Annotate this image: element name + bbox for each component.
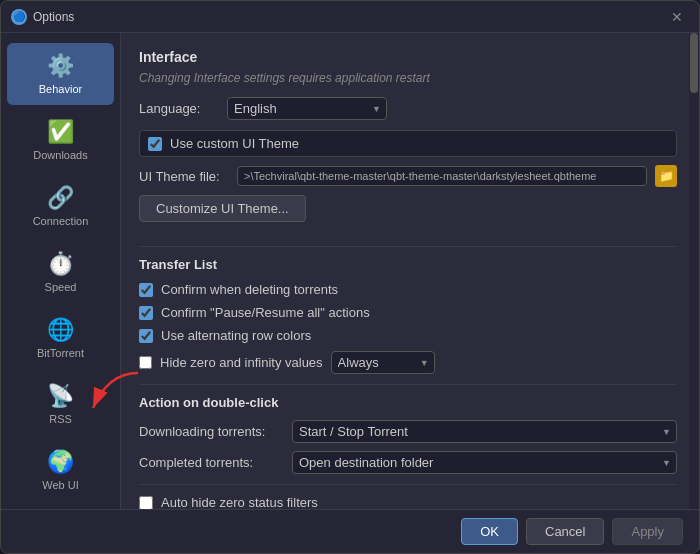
language-select[interactable]: English French German Spanish <box>227 97 387 120</box>
language-label: Language: <box>139 101 219 116</box>
auto-hide-row: Auto hide zero status filters <box>139 495 677 509</box>
webui-icon: 🌍 <box>47 449 74 475</box>
customize-theme-button[interactable]: Customize UI Theme... <box>139 195 306 222</box>
alternating-rows-row: Use alternating row colors <box>139 328 677 343</box>
scrollbar-track[interactable] <box>689 33 699 509</box>
sidebar-item-downloads[interactable]: ✅ Downloads <box>7 109 114 171</box>
action-double-click-title: Action on double-click <box>139 395 677 410</box>
scrollbar-thumb[interactable] <box>690 33 698 93</box>
ok-button[interactable]: OK <box>461 518 518 545</box>
rss-icon: 📡 <box>47 383 74 409</box>
sidebar-item-connection-label: Connection <box>33 215 89 227</box>
theme-file-label: UI Theme file: <box>139 169 229 184</box>
cancel-button[interactable]: Cancel <box>526 518 604 545</box>
options-window: 🔵 Options ✕ ⚙️ Behavior ✅ Downloads 🔗 Co… <box>0 0 700 554</box>
footer: OK Cancel Apply <box>1 509 699 553</box>
divider-1 <box>139 246 677 247</box>
downloading-torrents-label: Downloading torrents: <box>139 424 284 439</box>
bittorrent-icon: 🌐 <box>47 317 74 343</box>
confirm-delete-row: Confirm when deleting torrents <box>139 282 677 297</box>
interface-section: Interface Changing Interface settings re… <box>139 49 677 236</box>
divider-2 <box>139 384 677 385</box>
always-select-wrapper: Always Never When active <box>331 351 435 374</box>
main-content: ⚙️ Behavior ✅ Downloads 🔗 Connection ⏱️ … <box>1 33 699 509</box>
sidebar-item-rss-label: RSS <box>49 413 72 425</box>
theme-file-input[interactable] <box>237 166 647 186</box>
always-select[interactable]: Always Never When active <box>331 351 435 374</box>
title-bar-left: 🔵 Options <box>11 9 74 25</box>
custom-theme-label: Use custom UI Theme <box>170 136 299 151</box>
hide-zero-row: Hide zero and infinity values Always Nev… <box>139 351 677 374</box>
confirm-pause-row: Confirm "Pause/Resume all" actions <box>139 305 677 320</box>
completed-select[interactable]: Open destination folder Start / Stop Tor… <box>292 451 677 474</box>
folder-browse-button[interactable]: 📁 <box>655 165 677 187</box>
transfer-list-section: Transfer List Confirm when deleting torr… <box>139 257 677 374</box>
window-title: Options <box>33 10 74 24</box>
action-double-click-section: Action on double-click Downloading torre… <box>139 395 677 474</box>
confirm-pause-label: Confirm "Pause/Resume all" actions <box>161 305 370 320</box>
language-row: Language: English French German Spanish <box>139 97 677 120</box>
completed-torrents-row: Completed torrents: Open destination fol… <box>139 451 677 474</box>
confirm-delete-checkbox[interactable] <box>139 283 153 297</box>
custom-theme-checkbox[interactable] <box>148 137 162 151</box>
download-icon: ✅ <box>47 119 74 145</box>
alternating-rows-checkbox[interactable] <box>139 329 153 343</box>
apply-button[interactable]: Apply <box>612 518 683 545</box>
sidebar-item-behavior[interactable]: ⚙️ Behavior <box>7 43 114 105</box>
auto-hide-label: Auto hide zero status filters <box>161 495 318 509</box>
sidebar-item-speed-label: Speed <box>45 281 77 293</box>
interface-note: Changing Interface settings requires app… <box>139 71 677 85</box>
theme-file-row: UI Theme file: 📁 <box>139 165 677 187</box>
auto-hide-checkbox[interactable] <box>139 496 153 510</box>
sidebar-item-behavior-label: Behavior <box>39 83 82 95</box>
sidebar-item-bittorrent-label: BitTorrent <box>37 347 84 359</box>
custom-theme-checkbox-row: Use custom UI Theme <box>139 130 677 157</box>
connection-icon: 🔗 <box>47 185 74 211</box>
sidebar: ⚙️ Behavior ✅ Downloads 🔗 Connection ⏱️ … <box>1 33 121 509</box>
title-bar: 🔵 Options ✕ <box>1 1 699 33</box>
completed-select-wrapper: Open destination folder Start / Stop Tor… <box>292 451 677 474</box>
gear-icon: ⚙️ <box>47 53 74 79</box>
sidebar-item-bittorrent[interactable]: 🌐 BitTorrent <box>7 307 114 369</box>
language-select-wrapper: English French German Spanish <box>227 97 387 120</box>
transfer-list-title: Transfer List <box>139 257 677 272</box>
sidebar-item-speed[interactable]: ⏱️ Speed <box>7 241 114 303</box>
completed-torrents-label: Completed torrents: <box>139 455 284 470</box>
interface-title: Interface <box>139 49 677 65</box>
downloading-select[interactable]: Start / Stop Torrent Open destination fo… <box>292 420 677 443</box>
sidebar-item-rss[interactable]: 📡 RSS <box>7 373 114 435</box>
content-area: Interface Changing Interface settings re… <box>121 33 699 509</box>
hide-zero-label: Hide zero and infinity values <box>160 355 323 370</box>
close-button[interactable]: ✕ <box>665 7 689 27</box>
downloading-select-wrapper: Start / Stop Torrent Open destination fo… <box>292 420 677 443</box>
sidebar-item-webui-label: Web UI <box>42 479 78 491</box>
hide-zero-checkbox[interactable] <box>139 356 152 369</box>
downloading-torrents-row: Downloading torrents: Start / Stop Torre… <box>139 420 677 443</box>
alternating-rows-label: Use alternating row colors <box>161 328 311 343</box>
sidebar-item-downloads-label: Downloads <box>33 149 87 161</box>
sidebar-item-connection[interactable]: 🔗 Connection <box>7 175 114 237</box>
app-icon: 🔵 <box>11 9 27 25</box>
speed-icon: ⏱️ <box>47 251 74 277</box>
confirm-delete-label: Confirm when deleting torrents <box>161 282 338 297</box>
sidebar-item-webui[interactable]: 🌍 Web UI <box>7 439 114 501</box>
confirm-pause-checkbox[interactable] <box>139 306 153 320</box>
divider-3 <box>139 484 677 485</box>
